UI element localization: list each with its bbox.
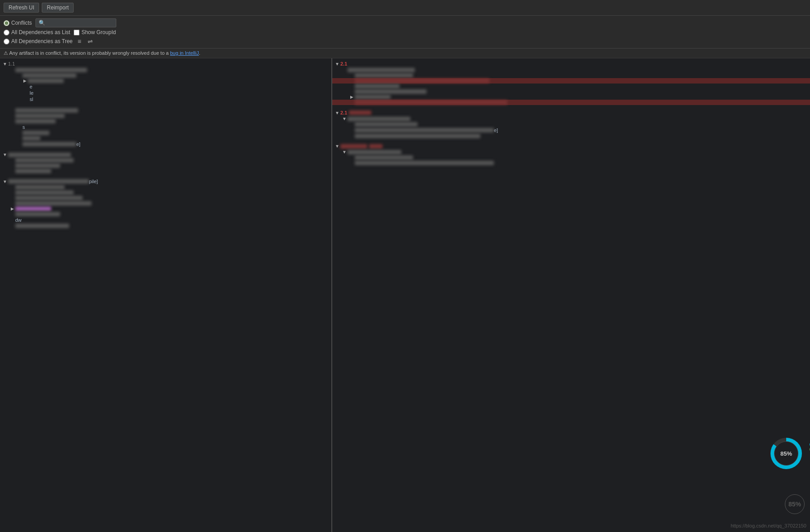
main-split: ▼ 1.1 ▶ e le sl [0, 58, 810, 532]
list-item[interactable]: ▼ [332, 116, 810, 122]
toolbar: Refresh UI Reimport [0, 0, 810, 16]
search-input[interactable] [35, 18, 116, 27]
show-groupid-label: Show GroupId [81, 29, 116, 35]
list-item[interactable] [332, 155, 810, 160]
list-item[interactable]: ▼ 2.1 [332, 110, 810, 116]
warning-bar: ⚠ Any artifact is in conflict, its versi… [0, 48, 810, 58]
all-deps-tree-radio[interactable]: All Dependencies as Tree [4, 38, 73, 44]
list-item[interactable]: ▼ [332, 143, 810, 149]
nav-panel: Conflicts All Dependencies as List Show … [0, 16, 810, 48]
list-item[interactable]: ▶ [332, 94, 810, 100]
list-item[interactable] [0, 195, 331, 201]
list-item[interactable] [0, 223, 331, 229]
progress-circle: 85% [770, 438, 802, 469]
expand-all-button[interactable]: ≡ [76, 37, 83, 45]
progress-percent: 85% [774, 441, 798, 466]
list-item[interactable]: ▶ [0, 206, 331, 211]
refresh-ui-button[interactable]: Refresh UI [4, 3, 39, 13]
list-item[interactable] [332, 133, 810, 139]
list-item[interactable] [332, 89, 810, 94]
all-deps-list-label: All Dependencies as List [11, 29, 70, 35]
progress-widget-2: 85% [785, 494, 805, 514]
list-item[interactable] [0, 158, 331, 163]
left-header-arrow: ▼ [2, 62, 8, 66]
list-item[interactable]: s [0, 124, 331, 130]
right-dependency-pane[interactable]: ▼ 2.1 ▶ [332, 58, 810, 532]
warning-text-after: . [199, 50, 200, 56]
list-item[interactable] [0, 113, 331, 119]
list-item[interactable] [0, 136, 331, 141]
nav-row-1: Conflicts [4, 18, 806, 28]
list-item[interactable]: sl [0, 96, 331, 102]
nav-row-3: All Dependencies as Tree ≡ ⇌ [4, 36, 806, 46]
list-item[interactable] [0, 163, 331, 168]
progress-widget: 85% 0 0.3x [770, 438, 806, 474]
list-item[interactable] [332, 160, 810, 166]
list-item[interactable]: dw [0, 217, 331, 223]
list-item[interactable] [332, 78, 810, 84]
list-item[interactable]: ▶ [0, 78, 331, 84]
list-item[interactable] [332, 122, 810, 127]
list-item[interactable] [0, 201, 331, 206]
left-version-number: 1.1 [8, 61, 15, 66]
bug-link[interactable]: bug in IntelliJ [170, 50, 199, 56]
nav-row-2: All Dependencies as List Show GroupId [4, 28, 806, 36]
list-item[interactable] [332, 100, 810, 105]
list-item[interactable]: e] [332, 127, 810, 133]
all-deps-list-radio[interactable]: All Dependencies as List [4, 29, 70, 35]
conflicts-label: Conflicts [11, 20, 32, 26]
reimport-button[interactable]: Reimport [42, 3, 74, 13]
left-dependency-pane[interactable]: ▼ 1.1 ▶ e le sl [0, 58, 332, 532]
list-item[interactable] [332, 67, 810, 73]
watermark: https://blog.csdn.net/qq_37022150 [731, 523, 806, 528]
list-item[interactable]: e [0, 84, 331, 90]
right-version-number: 2.1 [340, 61, 347, 66]
list-item[interactable] [0, 108, 331, 113]
list-item[interactable] [0, 119, 331, 124]
list-item[interactable]: le [0, 90, 331, 96]
list-item[interactable] [332, 73, 810, 78]
right-version-header: ▼ 2.1 [332, 60, 810, 67]
list-item[interactable] [332, 84, 810, 89]
list-item[interactable]: ▼ [332, 149, 810, 155]
list-item[interactable] [0, 168, 331, 174]
warning-text-before: ⚠ Any artifact is in conflict, its versi… [4, 50, 170, 56]
list-item[interactable] [0, 67, 331, 73]
list-item[interactable] [0, 130, 331, 136]
list-item[interactable] [0, 190, 331, 195]
show-groupid-checkbox[interactable]: Show GroupId [74, 29, 116, 35]
list-item[interactable] [0, 185, 331, 190]
collapse-all-button[interactable]: ⇌ [86, 37, 94, 45]
list-item[interactable]: ▼ pile] [0, 178, 331, 185]
list-item[interactable] [0, 211, 331, 217]
conflicts-radio[interactable]: Conflicts [4, 20, 32, 26]
left-version-header: ▼ 1.1 [0, 60, 331, 67]
list-item[interactable] [0, 73, 331, 78]
right-header-arrow: ▼ [334, 62, 340, 66]
list-item[interactable]: e] [0, 141, 331, 147]
list-item[interactable]: ▼ [0, 152, 331, 158]
all-deps-tree-label: All Dependencies as Tree [11, 38, 73, 44]
